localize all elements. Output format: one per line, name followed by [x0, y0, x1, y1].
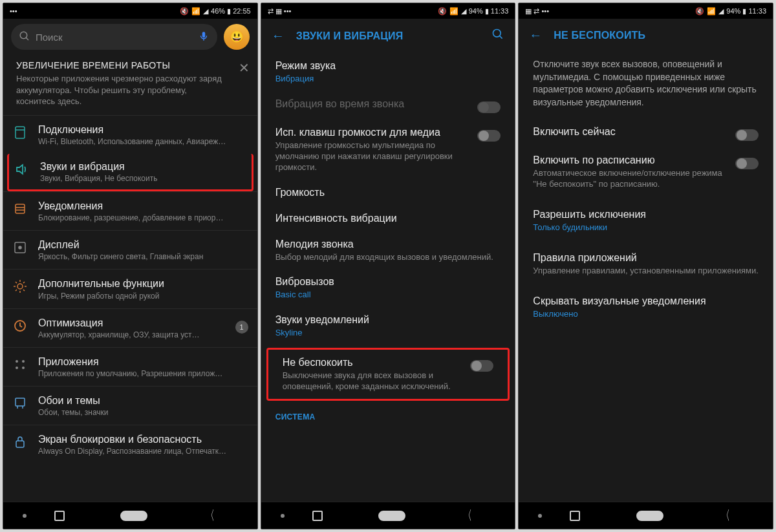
screen-header: ← ЗВУКИ И ВИБРАЦИЯ	[261, 19, 515, 53]
row-title: Разрешить исключения	[533, 208, 759, 221]
row-vibration-pattern[interactable]: Вибровызов Basic call	[261, 269, 515, 307]
notice-body: Некоторые приложения чрезмерно расходуют…	[16, 73, 244, 107]
item-sub: Блокирование, разрешение, добавление в п…	[38, 213, 248, 222]
row-vibration-intensity[interactable]: Интенсивность вибрации	[261, 206, 515, 231]
row-sub: Выбор мелодий для входящих вызовов и уве…	[275, 252, 501, 263]
row-title: Вибровызов	[275, 275, 501, 288]
row-title: Вибрация во время звонка	[275, 98, 470, 111]
row-notification-sounds[interactable]: Звуки уведомлений Skyline	[261, 307, 515, 345]
row-volume-keys-media[interactable]: Исп. клавиш громкости для медиа Управлен…	[261, 120, 515, 180]
recents-button[interactable]	[54, 511, 65, 521]
row-title: Мелодия звонка	[275, 238, 501, 251]
svg-rect-2	[202, 32, 205, 37]
toggle[interactable]	[735, 129, 759, 141]
row-sub: Управление правилами, установленными при…	[533, 266, 759, 277]
back-button[interactable]: 〈	[206, 507, 215, 524]
svg-point-13	[16, 360, 18, 363]
item-sounds-vibration[interactable]: Звуки и вибрация Звуки, Вибрация, Не бес…	[7, 154, 253, 191]
close-icon[interactable]: ✕	[239, 60, 250, 76]
dnd-screen: ▦ ⇄ ••• 🔇 📶 ◢ 94% ▮ 11:33 ← НЕ БЕСПОКОИТ…	[518, 3, 773, 529]
home-button[interactable]	[378, 511, 405, 521]
svg-point-14	[22, 360, 25, 363]
wallpaper-icon	[12, 396, 28, 411]
search-icon[interactable]	[491, 28, 504, 44]
row-sub: Управление громкостью мультимедиа по умо…	[275, 140, 470, 173]
toggle[interactable]	[477, 101, 501, 113]
row-title: Режим звука	[275, 59, 501, 72]
item-wallpapers[interactable]: Обои и темы Обои, темы, значки	[3, 386, 257, 425]
notifications-icon	[12, 201, 28, 217]
recents-button[interactable]	[570, 511, 580, 521]
header-title: НЕ БЕСПОКОИТЬ	[554, 30, 762, 41]
row-ringtone[interactable]: Мелодия звонка Выбор мелодий для входящи…	[261, 231, 515, 270]
apps-icon	[12, 357, 28, 372]
back-icon[interactable]: ←	[529, 28, 542, 43]
svg-point-11	[17, 284, 23, 289]
row-allow-exceptions[interactable]: Разрешить исключения Только будильники	[519, 197, 773, 240]
back-button[interactable]: 〈	[463, 507, 472, 524]
item-title: Дисплей	[38, 239, 248, 251]
home-button[interactable]	[120, 511, 147, 521]
status-icons: ▦ ⇄ •••	[525, 7, 549, 16]
avatar[interactable]: 😃	[224, 24, 250, 50]
intro-text: Отключите звук всех вызовов, оповещений …	[519, 52, 773, 119]
item-sub: Приложения по умолчанию, Разрешения прил…	[38, 369, 248, 378]
item-advanced[interactable]: Дополнительные функции Игры, Режим работ…	[3, 269, 257, 308]
notice-title: УВЕЛИЧЕНИЕ ВРЕМЕНИ РАБОТЫ	[16, 60, 244, 70]
toggle[interactable]	[735, 158, 759, 169]
row-title: Исп. клавиш громкости для медиа	[275, 126, 470, 139]
item-apps[interactable]: Приложения Приложения по умолчанию, Разр…	[3, 347, 257, 386]
row-do-not-disturb[interactable]: Не беспокоить Выключение звука для всех …	[266, 348, 510, 401]
item-title: Звуки и вибрация	[40, 160, 246, 173]
item-optimization[interactable]: Оптимизация Аккумулятор, хранилище, ОЗУ,…	[3, 308, 257, 347]
item-title: Оптимизация	[38, 317, 225, 329]
row-sub: Выключено	[533, 309, 759, 320]
sounds-vibration-screen: ⇄ ▦ ••• 🔇 📶 ◢ 94% ▮ 11:33 ← ЗВУКИ И ВИБР…	[261, 3, 516, 529]
item-sub: Звуки, Вибрация, Не беспокоить	[40, 174, 246, 183]
back-icon[interactable]: ←	[272, 28, 285, 43]
svg-rect-6	[16, 204, 25, 213]
row-title: Включить сейчас	[533, 125, 727, 138]
settings-list: Подключения Wi-Fi, Bluetooth, Использова…	[3, 115, 257, 464]
optimization-icon	[12, 318, 28, 334]
status-bar: ▦ ⇄ ••• 🔇 📶 ◢ 94% ▮ 11:33	[519, 3, 773, 19]
badge-count: 1	[235, 321, 248, 334]
nav-bar: 〈	[519, 502, 773, 529]
item-connections[interactable]: Подключения Wi-Fi, Bluetooth, Использова…	[3, 115, 257, 154]
mute-icon: 🔇	[695, 7, 704, 16]
header-title: ЗВУКИ И ВИБРАЦИЯ	[296, 30, 480, 42]
row-sound-mode[interactable]: Режим звука Вибрация	[261, 53, 515, 91]
row-vibrate-on-ring[interactable]: Вибрация во время звонка	[261, 91, 515, 120]
item-title: Приложения	[38, 356, 248, 368]
search-icon	[19, 30, 30, 44]
search-input[interactable]: Поиск	[11, 24, 217, 50]
toggle[interactable]	[477, 130, 501, 142]
row-app-rules[interactable]: Правила приложений Управление правилами,…	[519, 240, 773, 283]
item-sub: Wi-Fi, Bluetooth, Использование данных, …	[38, 137, 248, 146]
nav-bar: 〈	[261, 502, 515, 529]
item-display[interactable]: Дисплей Яркость, Фильтр синего света, Гл…	[3, 230, 257, 269]
recents-button[interactable]	[312, 511, 323, 521]
toggle[interactable]	[470, 360, 493, 372]
item-title: Обои и темы	[38, 394, 248, 407]
item-sub: Обои, темы, значки	[38, 408, 248, 417]
item-notifications[interactable]: Уведомления Блокирование, разрешение, до…	[3, 191, 257, 230]
row-title: Не беспокоить	[283, 356, 463, 369]
row-hide-visual[interactable]: Скрывать визуальные уведомления Выключен…	[519, 283, 773, 326]
item-title: Дополнительные функции	[38, 277, 248, 290]
row-schedule[interactable]: Включить по расписанию Автоматическое вк…	[519, 147, 773, 197]
row-turn-on-now[interactable]: Включить сейчас	[519, 119, 773, 147]
section-system: СИСТЕМА	[261, 403, 515, 424]
wifi-icon: 📶	[707, 7, 716, 16]
battery-text: 94% ▮ 11:33	[726, 7, 766, 16]
battery-text: 46% ▮ 22:55	[211, 7, 251, 16]
sound-icon	[14, 162, 30, 177]
search-placeholder: Поиск	[36, 32, 63, 43]
back-button[interactable]: 〈	[721, 507, 730, 524]
row-volume[interactable]: Громкость	[261, 180, 515, 206]
battery-notice[interactable]: УВЕЛИЧЕНИЕ ВРЕМЕНИ РАБОТЫ Некоторые прил…	[3, 55, 257, 115]
item-lockscreen[interactable]: Экран блокировки и безопасность Always O…	[3, 425, 257, 463]
home-button[interactable]	[636, 511, 663, 521]
mic-icon[interactable]	[198, 30, 210, 44]
row-sub: Skyline	[275, 328, 501, 339]
